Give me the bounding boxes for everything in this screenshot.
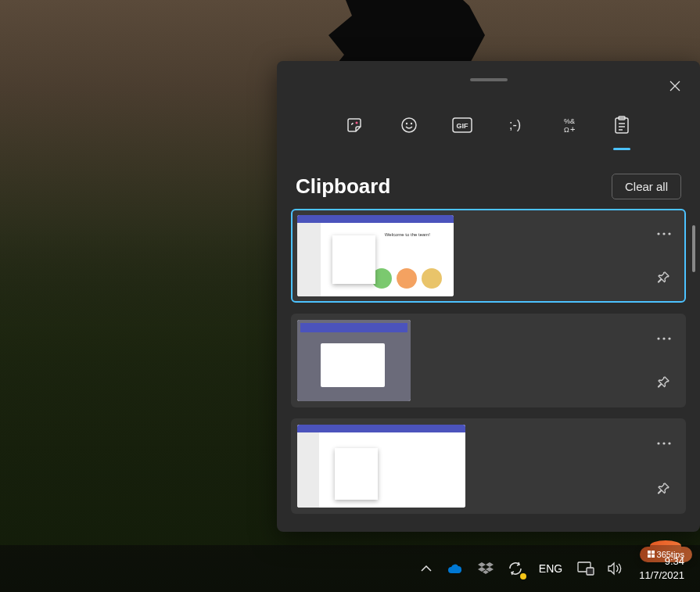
pin-button[interactable] <box>652 476 677 501</box>
clipboard-item[interactable]: Welcome to the team! <box>291 209 686 303</box>
pin-button[interactable] <box>652 265 677 290</box>
svg-point-19 <box>662 337 665 339</box>
onedrive-icon <box>447 563 465 574</box>
clipboard-thumbnail <box>297 425 465 508</box>
svg-point-20 <box>668 337 670 339</box>
svg-point-2 <box>405 123 407 124</box>
category-tabs: GIF ;-) % & Ω + <box>277 109 700 141</box>
volume-icon <box>608 562 623 576</box>
svg-point-1 <box>402 118 416 132</box>
clipboard-items-list[interactable]: Welcome to the team! <box>277 209 700 522</box>
tray-chevron-up[interactable] <box>417 559 436 578</box>
tray-dropbox[interactable] <box>476 559 495 578</box>
tab-kaomoji[interactable]: ;-) <box>500 109 531 141</box>
pin-icon <box>657 375 671 389</box>
dropbox-icon <box>478 562 494 576</box>
svg-text:%: % <box>564 117 570 125</box>
svg-point-17 <box>668 232 670 235</box>
section-title: Clipboard <box>296 174 390 199</box>
close-icon <box>669 81 680 91</box>
monitor-icon <box>577 562 594 576</box>
watermark-text: 365tips <box>657 550 684 559</box>
tab-emoji[interactable] <box>393 109 425 141</box>
svg-point-22 <box>662 442 665 444</box>
svg-point-21 <box>657 442 659 444</box>
svg-rect-24 <box>648 551 651 554</box>
tray-onedrive[interactable] <box>447 559 465 578</box>
office-icon <box>648 551 655 558</box>
tab-gif[interactable]: GIF <box>447 109 478 141</box>
svg-rect-27 <box>652 554 655 558</box>
scrollbar-thumb[interactable] <box>692 225 695 272</box>
clear-all-button[interactable]: Clear all <box>612 174 681 199</box>
more-icon <box>657 337 671 340</box>
pin-button[interactable] <box>652 370 677 395</box>
chevron-up-icon <box>421 565 432 572</box>
svg-rect-26 <box>648 554 651 558</box>
more-icon <box>657 232 671 235</box>
emoji-clipboard-panel: GIF ;-) % & Ω + Clipboard Clea <box>277 61 700 532</box>
tray-monitor[interactable] <box>576 559 595 578</box>
pin-icon <box>657 271 671 285</box>
more-options-button[interactable] <box>652 431 677 456</box>
tab-symbols[interactable]: % & Ω + <box>553 109 584 141</box>
symbols-icon: % & Ω + <box>560 117 577 134</box>
kaomoji-icon: ;-) <box>509 118 521 132</box>
svg-point-3 <box>410 123 411 124</box>
svg-rect-25 <box>652 551 655 554</box>
clipboard-item[interactable] <box>291 314 686 407</box>
close-button[interactable] <box>661 72 689 100</box>
taskbar-date: 11/7/2021 <box>639 569 684 583</box>
sync-icon <box>508 561 523 576</box>
more-options-button[interactable] <box>652 221 677 246</box>
svg-point-0 <box>355 122 357 124</box>
svg-rect-10 <box>616 118 628 133</box>
svg-text:+: + <box>570 124 575 134</box>
panel-drag-handle[interactable] <box>470 78 508 81</box>
taskbar: ENG 9:34 11/7/2021 <box>0 545 700 592</box>
more-options-button[interactable] <box>652 326 677 351</box>
tab-stickers[interactable] <box>340 109 372 141</box>
language-indicator[interactable]: ENG <box>536 562 565 575</box>
pin-icon <box>657 482 671 496</box>
tray-volume[interactable] <box>606 559 625 578</box>
sticker-icon <box>346 116 365 135</box>
svg-text:Ω: Ω <box>564 126 569 134</box>
clipboard-icon <box>614 116 630 135</box>
clipboard-thumbnail: Welcome to the team! <box>297 215 454 296</box>
svg-point-23 <box>668 442 670 444</box>
tab-clipboard[interactable] <box>606 109 637 141</box>
smile-icon <box>400 116 418 135</box>
clipboard-item[interactable] <box>291 418 686 514</box>
more-icon <box>657 442 671 445</box>
svg-point-18 <box>657 337 659 339</box>
clipboard-thumbnail <box>297 320 411 401</box>
gif-icon: GIF <box>452 117 472 133</box>
svg-point-16 <box>662 232 665 235</box>
svg-rect-29 <box>587 568 594 575</box>
tray-sync[interactable] <box>506 559 525 578</box>
svg-point-15 <box>657 232 659 235</box>
svg-text:GIF: GIF <box>456 122 468 130</box>
